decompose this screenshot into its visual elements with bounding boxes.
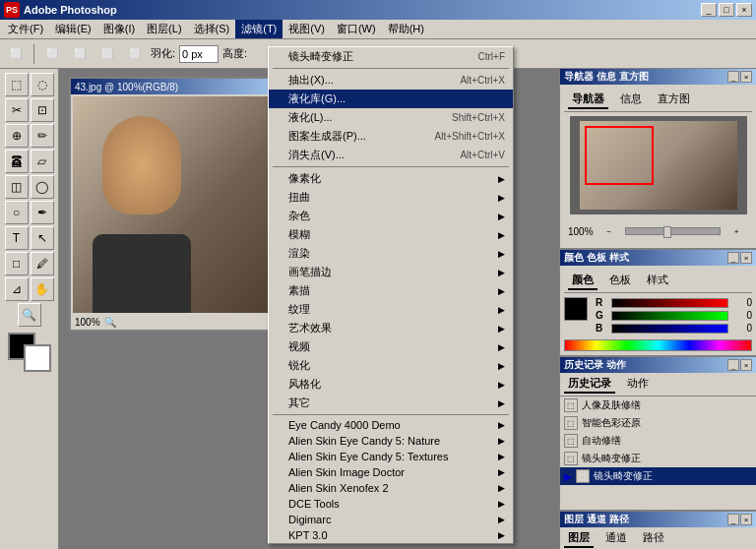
- history-item-4[interactable]: ▶ ⬚ 镜头畸变修正: [560, 467, 756, 485]
- navigator-minimize[interactable]: _: [727, 71, 739, 83]
- menu-filter[interactable]: 滤镜(T): [235, 20, 283, 38]
- menu-layer[interactable]: 图层(L): [141, 20, 187, 38]
- style-btn-4[interactable]: ⬜: [123, 43, 147, 65]
- hand-tool[interactable]: ✋: [31, 277, 54, 301]
- menu-item-xenofex[interactable]: Alien Skin Xenofex 2 ▶: [269, 480, 513, 496]
- navigator-close[interactable]: ×: [740, 71, 752, 83]
- menu-item-texture[interactable]: 纹理 ▶: [269, 300, 513, 319]
- history-item-0[interactable]: ⬚ 人像及肤修缮: [560, 396, 756, 414]
- tab-swatches[interactable]: 色板: [605, 272, 635, 290]
- menu-item-sharpen[interactable]: 锐化 ▶: [269, 356, 513, 375]
- menu-item-nature[interactable]: Alien Skin Eye Candy 5: Nature ▶: [269, 433, 513, 449]
- dodge-tool[interactable]: ○: [5, 201, 29, 224]
- history-close[interactable]: ×: [740, 359, 752, 371]
- path-tool[interactable]: ↖: [31, 226, 54, 250]
- menu-item-other[interactable]: 其它 ▶: [269, 394, 513, 412]
- menu-item-extract[interactable]: 抽出(X)... Alt+Ctrl+X: [269, 71, 513, 90]
- menu-item-brushstroke[interactable]: 画笔描边 ▶: [269, 263, 513, 281]
- zoom-out-icon[interactable]: −: [598, 220, 621, 242]
- layers-minimize[interactable]: _: [727, 514, 739, 525]
- clone-tool[interactable]: 🖀: [5, 150, 29, 173]
- notes-tool[interactable]: 🖉: [31, 252, 54, 275]
- menu-item-textures[interactable]: Alien Skin Eye Candy 5: Textures ▶: [269, 449, 513, 464]
- minimize-button[interactable]: _: [701, 3, 717, 17]
- menu-image[interactable]: 图像(I): [97, 20, 141, 38]
- slice-tool[interactable]: ⊡: [31, 98, 54, 122]
- color-selector[interactable]: [8, 333, 51, 372]
- color-close[interactable]: ×: [740, 252, 752, 264]
- active-color-swatch[interactable]: [564, 297, 588, 321]
- tab-paths[interactable]: 路径: [639, 529, 668, 548]
- menu-item-artistic[interactable]: 艺术效果 ▶: [269, 319, 513, 337]
- menu-item-liquify[interactable]: 液化(L)... Shift+Ctrl+X: [269, 108, 513, 127]
- height-label: 高度:: [222, 46, 247, 61]
- style-btn-2[interactable]: ⬜: [68, 43, 92, 65]
- menu-item-gallery[interactable]: 液化库(G)...: [269, 90, 513, 108]
- history-minimize[interactable]: _: [727, 359, 739, 371]
- menu-item-eyecandy4000[interactable]: Eye Candy 4000 Demo ▶: [269, 417, 513, 433]
- text-tool[interactable]: T: [5, 226, 29, 250]
- menu-help[interactable]: 帮助(H): [382, 20, 430, 38]
- layers-close[interactable]: ×: [740, 514, 752, 525]
- menu-item-distort[interactable]: 扭曲 ▶: [269, 188, 513, 207]
- menu-item-kpt[interactable]: KPT 3.0 ▶: [269, 527, 513, 543]
- menu-item-render[interactable]: 渲染 ▶: [269, 244, 513, 263]
- brush-tool[interactable]: ✏: [31, 124, 54, 148]
- tab-styles[interactable]: 样式: [643, 272, 672, 290]
- history-item-1[interactable]: ⬚ 智能色彩还原: [560, 414, 756, 432]
- menu-item-blur[interactable]: 模糊 ▶: [269, 225, 513, 244]
- menu-edit[interactable]: 编辑(E): [49, 20, 97, 38]
- menu-item-pixelate[interactable]: 像素化 ▶: [269, 169, 513, 188]
- menu-item-stylize[interactable]: 风格化 ▶: [269, 375, 513, 394]
- tab-navigator[interactable]: 导航器: [568, 91, 608, 109]
- close-button[interactable]: ×: [736, 3, 752, 17]
- menu-item-dcetools[interactable]: DCE Tools ▶: [269, 496, 513, 512]
- menu-item-digimarc[interactable]: Digimarc ▶: [269, 512, 513, 527]
- menu-item-noise[interactable]: 杂色 ▶: [269, 207, 513, 225]
- marquee-tool[interactable]: ⬚: [5, 73, 29, 96]
- shape-tool[interactable]: □: [5, 252, 29, 275]
- feather-input[interactable]: [179, 45, 219, 63]
- tab-histogram[interactable]: 直方图: [654, 91, 694, 109]
- eyedrop-tool[interactable]: ⊿: [5, 277, 29, 301]
- menu-item-imagedoctor[interactable]: Alien Skin Image Doctor ▶: [269, 464, 513, 480]
- menu-item-pattermaker[interactable]: 图案生成器(P)... Alt+Shift+Ctrl+X: [269, 127, 513, 146]
- maximize-button[interactable]: □: [719, 3, 734, 17]
- tab-color[interactable]: 颜色: [568, 272, 598, 290]
- crop-tool[interactable]: ✂: [5, 98, 29, 122]
- background-color[interactable]: [24, 344, 51, 372]
- heal-tool[interactable]: ⊕: [5, 124, 29, 148]
- tool-options-btn[interactable]: ⬜: [4, 43, 28, 65]
- menu-window[interactable]: 窗口(W): [331, 20, 382, 38]
- zoom-in-icon[interactable]: +: [724, 220, 748, 242]
- channel-b-bar[interactable]: [611, 324, 728, 334]
- channel-r-bar[interactable]: [611, 298, 728, 308]
- tab-history[interactable]: 历史记录: [564, 375, 615, 394]
- blur-tool[interactable]: ◯: [31, 175, 54, 199]
- lasso-tool[interactable]: ◌: [31, 73, 54, 96]
- style-btn-1[interactable]: ⬜: [40, 43, 64, 65]
- channel-g-bar[interactable]: [611, 311, 728, 321]
- tab-layers[interactable]: 图层: [564, 529, 594, 548]
- color-spectrum-bar[interactable]: [564, 339, 752, 351]
- tab-actions[interactable]: 动作: [623, 375, 653, 394]
- zoom-tool[interactable]: 🔍: [18, 303, 41, 327]
- menu-item-lenscorrect[interactable]: 镜头畸变修正 Ctrl+F: [269, 47, 513, 66]
- menu-item-vanishpoint[interactable]: 消失点(V)... Alt+Ctrl+V: [269, 146, 513, 164]
- history-item-2[interactable]: ⬚ 自动修缮: [560, 432, 756, 450]
- eraser-tool[interactable]: ▱: [31, 150, 54, 173]
- pen-tool[interactable]: ✒: [31, 201, 54, 224]
- tab-info[interactable]: 信息: [616, 91, 646, 109]
- tab-channels[interactable]: 通道: [601, 529, 631, 548]
- history-item-3[interactable]: ⬚ 镜头畸变修正: [560, 450, 756, 467]
- color-minimize[interactable]: _: [727, 252, 739, 264]
- menu-file[interactable]: 文件(F): [2, 20, 49, 38]
- zoom-slider[interactable]: [625, 227, 721, 235]
- menu-item-sketch[interactable]: 素描 ▶: [269, 281, 513, 300]
- menu-select[interactable]: 选择(S): [188, 20, 236, 38]
- menu-item-video[interactable]: 视频 ▶: [269, 337, 513, 356]
- gradient-tool[interactable]: ◫: [5, 175, 29, 199]
- style-btn-3[interactable]: ⬜: [95, 43, 119, 65]
- menu-view[interactable]: 视图(V): [283, 20, 331, 38]
- channel-g-label: G: [596, 310, 607, 321]
